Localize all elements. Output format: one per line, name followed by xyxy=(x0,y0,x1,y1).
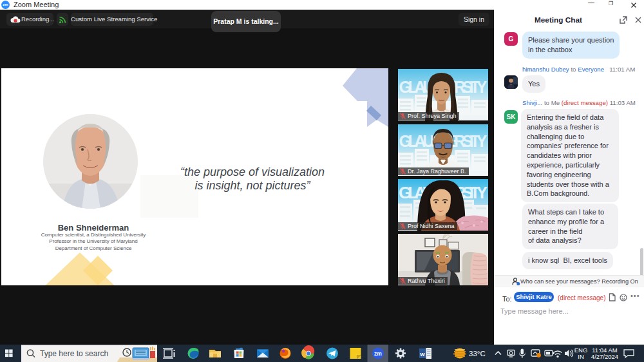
svg-text:IN: IN xyxy=(578,353,584,360)
svg-text:4/27/2024: 4/27/2024 xyxy=(591,353,618,360)
svg-text:Type here to search: Type here to search xyxy=(40,349,108,358)
svg-text:w: w xyxy=(419,350,425,357)
svg-text:33°C: 33°C xyxy=(469,350,486,357)
svg-text:zm: zm xyxy=(374,350,382,357)
